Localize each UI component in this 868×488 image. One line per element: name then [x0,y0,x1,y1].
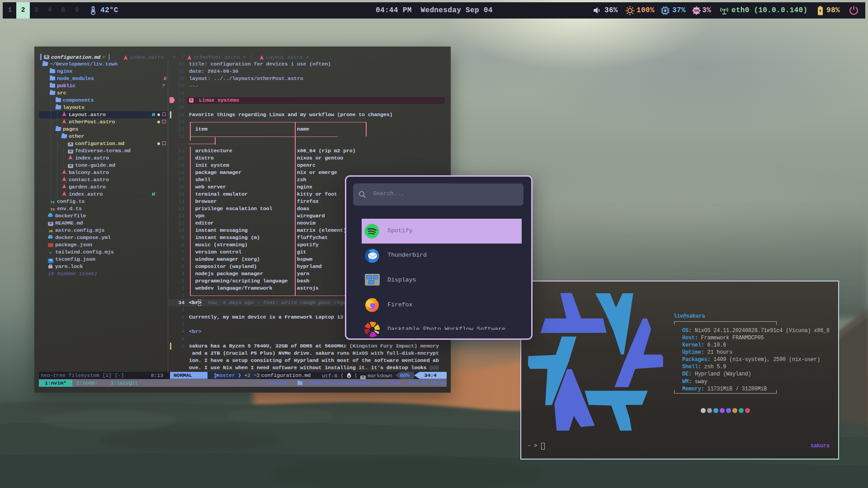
svg-text:GN: GN [694,9,699,13]
